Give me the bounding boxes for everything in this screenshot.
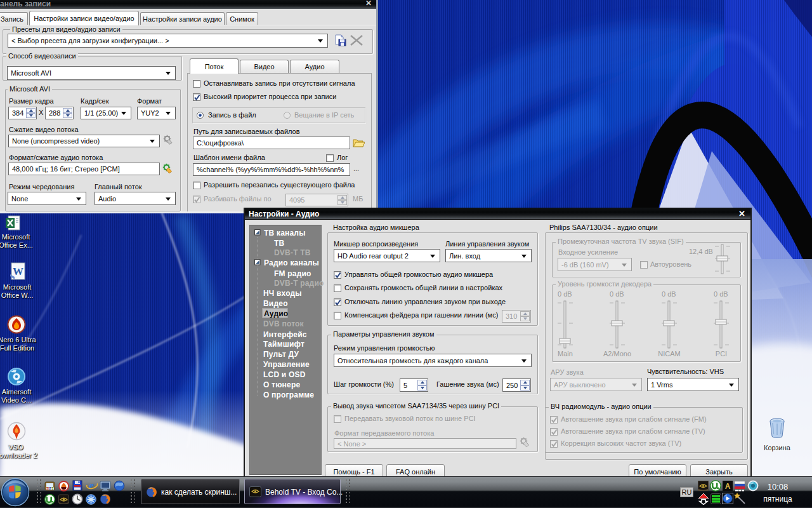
svg-text:e: e	[89, 479, 94, 491]
svg-text:W: W	[13, 265, 23, 277]
svg-text:A: A	[725, 482, 731, 491]
